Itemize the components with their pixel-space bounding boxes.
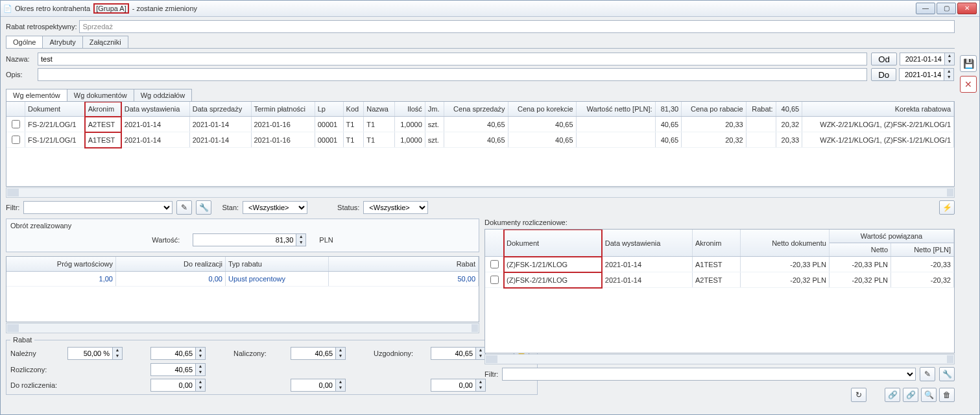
action-refresh-icon[interactable]: ↻ — [851, 388, 866, 402]
col-dr-dw[interactable]: Data wystawienia — [602, 230, 692, 257]
desc-input[interactable] — [38, 68, 867, 81]
row-check[interactable] — [490, 276, 499, 284]
col-rabat-lbl[interactable]: Rabat: — [746, 102, 776, 117]
col-dr-nettopln[interactable]: Netto [PLN] — [891, 243, 954, 257]
col-cena-sprz[interactable]: Cena sprzedaży — [444, 102, 508, 117]
uzgodniony-input[interactable] — [431, 347, 476, 360]
col-dr-nd[interactable]: Netto dokumentu — [741, 230, 830, 257]
col-ilosc[interactable]: Ilość — [394, 102, 425, 117]
table-row[interactable]: (Z)FSK-2/21/KLOG2021-01-14A2TEST -20,32 … — [485, 272, 954, 288]
subtab-oddzialow[interactable]: Wg oddziałów — [134, 89, 192, 101]
desc-label: Opis: — [6, 71, 35, 78]
col-rabat2[interactable]: Rabat — [329, 257, 479, 272]
col-lp[interactable]: Lp — [315, 102, 343, 117]
titlebar: 📄 Okres retro kontrahenta [Grupa A] - zo… — [1, 1, 979, 17]
dok-rozl-legend: Dokumenty rozliczeniowe: — [484, 219, 955, 226]
spin-up[interactable]: ▲ — [944, 69, 953, 75]
col-dr-akr[interactable]: Akronim — [692, 230, 740, 257]
waluta-label: PLN — [319, 236, 333, 244]
dr-filter-select[interactable] — [502, 368, 916, 381]
dr-filter-edit-icon[interactable]: ✎ — [920, 367, 935, 381]
prog-row[interactable]: 1,00 0,00 Upust procentowy 50,00 — [6, 272, 479, 287]
rabat-retro-input — [79, 20, 955, 33]
col-prog[interactable]: Próg wartościowy — [6, 257, 116, 272]
prog-hscroll[interactable] — [6, 323, 479, 333]
action-delete-icon[interactable]: 🗑 — [939, 388, 955, 402]
col-nazwa[interactable]: Nazwa — [364, 102, 394, 117]
lightning-icon[interactable]: ⚡ — [939, 200, 955, 215]
subtab-dokumentow[interactable]: Wg dokumentów — [67, 89, 134, 101]
table-row[interactable]: (Z)FSK-1/21/KLOG2021-01-14A1TEST -20,33 … — [485, 257, 954, 272]
row-check[interactable] — [12, 120, 20, 128]
dr-filter-build-icon[interactable]: 🔧 — [939, 367, 955, 381]
col-akronim[interactable]: Akronim — [85, 102, 121, 117]
main-table: Dokument Akronim Data wystawienia Data s… — [6, 102, 955, 187]
main-table-hscroll[interactable] — [6, 187, 955, 198]
col-cena-kor[interactable]: Cena po korekcie — [508, 102, 576, 117]
action-link1-icon[interactable]: 🔗 — [885, 388, 900, 402]
row-check[interactable] — [490, 260, 499, 268]
col-termin[interactable]: Termin płatności — [251, 102, 315, 117]
save-button[interactable]: 💾 — [960, 55, 977, 72]
col-rabat-val[interactable]: 40,65 — [776, 102, 802, 117]
row-check[interactable] — [12, 136, 20, 144]
stan-select[interactable]: <Wszystkie> — [243, 201, 307, 214]
table-row[interactable]: FS-2/21/LOG/1A2TEST2021-01-142021-01-142… — [6, 117, 954, 132]
minimize-button[interactable]: — — [916, 3, 935, 14]
do-button[interactable]: Do — [871, 68, 896, 81]
naliczony-label: Naliczony: — [233, 350, 267, 357]
tab-ogolne[interactable]: Ogólne — [6, 36, 43, 48]
status-label: Status: — [337, 204, 359, 211]
col-jm[interactable]: Jm. — [425, 102, 444, 117]
uzgodniony2-input[interactable] — [431, 379, 476, 392]
naliczony-input[interactable] — [291, 347, 336, 360]
uzgodniony-label: Uzgodniony: — [374, 350, 413, 357]
col-dokument[interactable]: Dokument — [25, 102, 86, 117]
rabat-box: Rabat Należny ▲▼ ▲▼ Naliczony: ▲▼ Uzgodn… — [6, 336, 538, 395]
app-icon: 📄 — [3, 4, 12, 13]
stan-label: Stan: — [222, 204, 239, 211]
col-wn-lbl[interactable]: Wartość netto [PLN]: — [576, 102, 655, 117]
dr-hscroll[interactable] — [484, 354, 955, 364]
col-data-sprz[interactable]: Data sprzedaży — [189, 102, 251, 117]
tab-atrybuty[interactable]: Atrybuty — [42, 36, 82, 48]
filter-edit-icon[interactable]: ✎ — [176, 200, 192, 215]
nalezny-val-input[interactable] — [150, 347, 196, 360]
spin-down[interactable]: ▼ — [944, 75, 953, 80]
rozliczony-input[interactable] — [150, 363, 196, 376]
naliczony2-input[interactable] — [291, 379, 336, 392]
name-input[interactable] — [38, 53, 867, 65]
filter-build-icon[interactable]: 🔧 — [196, 200, 211, 215]
prog-table: Próg wartościowy Do realizacji Typ rabat… — [6, 256, 479, 322]
close-button[interactable]: ✕ — [957, 3, 977, 14]
col-data-wyst[interactable]: Data wystawienia — [121, 102, 189, 117]
action-link2-icon[interactable]: 🔗 — [903, 388, 918, 402]
col-korekta[interactable]: Korekta rabatowa — [802, 102, 954, 117]
window: 📄 Okres retro kontrahenta [Grupa A] - zo… — [0, 0, 980, 415]
status-select[interactable]: <Wszystkie> — [363, 201, 428, 214]
nalezny-pct-input[interactable] — [67, 347, 113, 360]
od-date-input[interactable] — [900, 53, 945, 65]
col-dr-wp[interactable]: Wartość powiązana — [829, 230, 953, 243]
col-dr-dok[interactable]: Dokument — [504, 230, 603, 257]
tab-zalaczniki[interactable]: Załączniki — [82, 36, 128, 48]
spin-up[interactable]: ▲ — [945, 53, 954, 59]
od-button[interactable]: Od — [871, 53, 897, 65]
col-typ[interactable]: Typ rabatu — [226, 257, 329, 272]
col-check[interactable] — [6, 102, 25, 117]
col-dr-netto[interactable]: Netto — [829, 243, 890, 257]
dorozl-input[interactable] — [150, 379, 196, 392]
col-doreal[interactable]: Do realizacji — [116, 257, 226, 272]
spin-down[interactable]: ▼ — [945, 59, 954, 65]
col-kod[interactable]: Kod — [343, 102, 364, 117]
wartosc-input[interactable] — [193, 233, 296, 246]
col-wn-val[interactable]: 81,30 — [655, 102, 682, 117]
maximize-button[interactable]: ▢ — [937, 3, 956, 14]
do-date-input[interactable] — [899, 68, 944, 81]
action-zoom-icon[interactable]: 🔍 — [921, 388, 937, 402]
cancel-button[interactable]: ✕ — [960, 76, 977, 93]
col-cena-rab[interactable]: Cena po rabacie — [682, 102, 747, 117]
subtab-elementow[interactable]: Wg elementów — [6, 89, 67, 101]
table-row[interactable]: FS-1/21/LOG/1A1TEST2021-01-142021-01-142… — [6, 132, 954, 148]
filter-select[interactable] — [23, 201, 173, 214]
